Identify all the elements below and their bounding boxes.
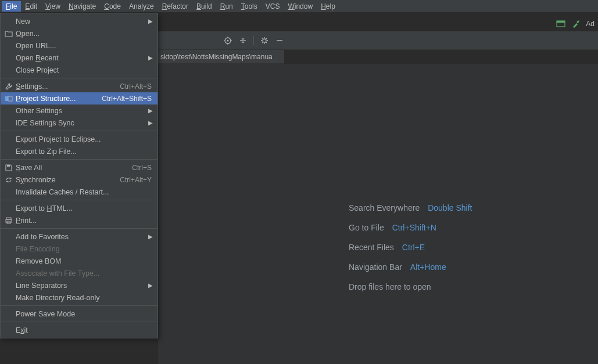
file-menu-power-save-mode[interactable]: Power Save Mode xyxy=(1,308,157,320)
file-menu-add-to-favorites[interactable]: Add to Favorites▶ xyxy=(1,230,157,243)
menu-item-label: Export to HTML... xyxy=(16,204,152,212)
target-icon[interactable] xyxy=(223,36,232,45)
sync-icon xyxy=(4,175,13,185)
menu-window[interactable]: Window xyxy=(284,1,317,12)
welcome-label: Go to File xyxy=(349,223,384,232)
menu-view[interactable]: View xyxy=(41,1,65,12)
file-menu-synchronize[interactable]: SynchronizeCtrl+Alt+Y xyxy=(1,174,157,186)
structure-icon xyxy=(4,94,13,103)
svg-point-1 xyxy=(227,39,229,41)
svg-rect-20 xyxy=(8,96,12,101)
svg-line-13 xyxy=(266,42,267,43)
titlebar-controls: Ad xyxy=(556,16,598,31)
menu-item-label: Other Settings xyxy=(16,107,152,115)
menu-build[interactable]: Build xyxy=(192,1,216,12)
menu-run[interactable]: Run xyxy=(216,1,237,12)
menu-item-label: IDE Settings Sync xyxy=(16,119,152,127)
collapse-icon[interactable] xyxy=(238,36,248,45)
menu-item-label: Close Project xyxy=(16,66,152,74)
file-menu-open-url[interactable]: Open URL... xyxy=(1,39,157,52)
menu-item-label: Invalidate Caches / Restart... xyxy=(16,188,152,196)
menu-code[interactable]: Code xyxy=(100,1,125,12)
welcome-label: Search Everywhere xyxy=(349,203,420,212)
file-menu-export-project-to-eclipse[interactable]: Export Project to Eclipse... xyxy=(1,133,157,145)
welcome-row: Search EverywhereDouble Shift xyxy=(349,203,472,212)
window-icon[interactable] xyxy=(556,19,566,29)
welcome-row: Recent FilesCtrl+E xyxy=(349,243,472,252)
file-menu-ide-settings-sync[interactable]: IDE Settings Sync▶ xyxy=(1,117,157,129)
submenu-arrow-icon: ▶ xyxy=(148,120,153,126)
file-menu-save-all[interactable]: Save AllCtrl+S xyxy=(1,161,157,174)
menu-tools[interactable]: Tools xyxy=(237,1,262,12)
menu-help[interactable]: Help xyxy=(317,1,339,12)
menu-item-label: Save All xyxy=(16,164,127,172)
hammer-icon[interactable] xyxy=(571,19,581,29)
breadcrumb[interactable]: sktop\test\NottsMissingMaps\manua xyxy=(158,50,284,64)
file-menu-export-to-html[interactable]: Export to HTML... xyxy=(1,202,157,214)
file-menu-new[interactable]: New▶ xyxy=(1,15,157,27)
submenu-arrow-icon: ▶ xyxy=(148,233,153,240)
menu-edit[interactable]: Edit xyxy=(21,1,41,12)
menu-separator xyxy=(1,78,157,78)
menu-item-label: Print... xyxy=(16,217,152,225)
submenu-arrow-icon: ▶ xyxy=(148,107,153,114)
submenu-arrow-icon: ▶ xyxy=(148,18,153,24)
menu-navigate[interactable]: Navigate xyxy=(65,1,100,12)
nav-icons xyxy=(223,36,284,45)
file-menu-make-directory-read-only[interactable]: Make Directory Read-only xyxy=(1,291,157,304)
welcome-shortcut: Alt+Home xyxy=(410,262,446,272)
welcome-panel: Search EverywhereDouble ShiftGo to FileC… xyxy=(349,203,472,302)
svg-line-14 xyxy=(262,42,263,43)
file-menu-line-separators[interactable]: Line Separators▶ xyxy=(1,279,157,291)
menu-item-label: Exit xyxy=(16,326,152,334)
welcome-row: Go to FileCtrl+Shift+N xyxy=(349,223,472,232)
file-menu-settings[interactable]: Settings...Ctrl+Alt+S xyxy=(1,80,157,92)
file-menu-close-project[interactable]: Close Project xyxy=(1,64,157,76)
file-menu-other-settings[interactable]: Other Settings▶ xyxy=(1,104,157,117)
minimize-icon[interactable] xyxy=(275,36,284,45)
welcome-shortcut: Ctrl+E xyxy=(402,243,425,252)
menu-item-label: Line Separators xyxy=(16,282,152,290)
welcome-shortcut: Double Shift xyxy=(428,203,472,212)
file-menu-invalidate-caches-restart[interactable]: Invalidate Caches / Restart... xyxy=(1,186,157,198)
svg-point-7 xyxy=(263,39,266,42)
print-icon xyxy=(4,216,13,225)
svg-rect-21 xyxy=(7,165,10,167)
file-menu-export-to-zip-file[interactable]: Export to Zip File... xyxy=(1,145,157,157)
menu-item-label: Project Structure... xyxy=(16,95,97,103)
menu-refactor[interactable]: Refactor xyxy=(158,1,192,12)
svg-line-15 xyxy=(266,38,267,39)
gear-icon[interactable] xyxy=(260,36,269,45)
file-menu-remove-bom[interactable]: Remove BOM xyxy=(1,255,157,267)
menu-shortcut: Ctrl+Alt+Y xyxy=(120,176,152,184)
menu-item-label: File Encoding xyxy=(16,245,152,253)
submenu-arrow-icon: ▶ xyxy=(148,55,153,61)
file-menu-file-encoding: File Encoding xyxy=(1,243,157,255)
menu-item-label: Associate with File Type... xyxy=(16,269,152,277)
menu-separator xyxy=(1,305,157,306)
menu-separator xyxy=(1,322,157,322)
file-menu-open[interactable]: Open... xyxy=(1,27,157,39)
file-menu-print[interactable]: Print... xyxy=(1,214,157,226)
menu-item-label: Power Save Mode xyxy=(16,310,152,318)
svg-rect-18 xyxy=(557,21,565,23)
file-menu-project-structure[interactable]: Project Structure...Ctrl+Alt+Shift+S xyxy=(1,92,157,104)
menu-item-label: Make Directory Read-only xyxy=(16,294,152,302)
file-menu-dropdown: New▶Open...Open URL...Open Recent▶Close … xyxy=(0,13,158,338)
menu-vcs[interactable]: VCS xyxy=(262,1,284,12)
file-menu-exit[interactable]: Exit xyxy=(1,324,157,336)
file-menu-open-recent[interactable]: Open Recent▶ xyxy=(1,52,157,64)
menu-item-label: Open Recent xyxy=(16,54,152,62)
menu-analyze[interactable]: Analyze xyxy=(125,1,158,12)
menu-item-label: Export to Zip File... xyxy=(16,147,152,156)
add-config-text[interactable]: Ad xyxy=(586,20,595,28)
menu-item-label: Settings... xyxy=(16,82,115,91)
menu-separator xyxy=(1,200,157,200)
welcome-hint: Drop files here to open xyxy=(349,282,431,291)
menu-item-label: Add to Favorites xyxy=(16,233,152,241)
menu-separator xyxy=(1,228,157,229)
menu-file[interactable]: File xyxy=(2,1,21,12)
welcome-row: Navigation BarAlt+Home xyxy=(349,262,472,272)
menu-shortcut: Ctrl+S xyxy=(132,164,152,172)
wrench-icon xyxy=(4,82,13,91)
